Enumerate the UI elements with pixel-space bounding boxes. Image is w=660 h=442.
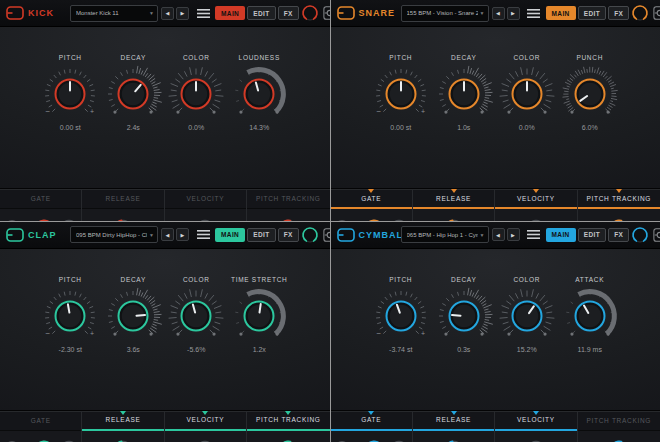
mini-knob-pitch-tracking[interactable]: P xyxy=(277,218,299,221)
knob-label: PITCH xyxy=(389,54,412,64)
knob-param4[interactable] xyxy=(561,287,619,345)
top-bar: CLAP 095 BPM Dirty HipHop - Clap ▼ ◀ ▶ M… xyxy=(0,222,330,249)
brand-logo-icon xyxy=(6,228,24,242)
section-tab-pitch-tracking[interactable]: PITCH TRACKING xyxy=(247,189,329,209)
prev-preset-button[interactable]: ◀ xyxy=(161,7,174,20)
mini-knob-decay[interactable]: D xyxy=(388,218,410,221)
knob-param4[interactable] xyxy=(561,65,619,123)
mini-knob-hold[interactable]: H xyxy=(363,218,385,221)
volume-knob[interactable] xyxy=(631,4,649,22)
next-preset-button[interactable]: ▶ xyxy=(507,228,520,241)
volume-knob[interactable] xyxy=(301,226,319,244)
section-tab-pitch-tracking[interactable]: PITCH TRACKING xyxy=(578,411,660,431)
volume-knob[interactable] xyxy=(631,226,649,244)
knob-pitch[interactable]: −+ xyxy=(41,65,99,123)
mini-knob-hold[interactable]: H xyxy=(33,218,55,221)
preset-label: 155 BPM - Vision - Snare 2 xyxy=(407,10,478,16)
hamburger-icon xyxy=(197,229,210,240)
knob-graphic xyxy=(104,287,162,345)
knob-param4[interactable] xyxy=(230,287,288,345)
mini-knob-velocity[interactable]: Vel xyxy=(525,218,547,221)
section-controls: Vel xyxy=(495,431,576,442)
tab-edit[interactable]: EDIT xyxy=(247,228,275,242)
preset-menu-button[interactable] xyxy=(527,228,541,241)
mini-knob-decay[interactable]: D xyxy=(58,218,80,221)
preset-menu-button[interactable] xyxy=(196,228,210,241)
knob-graphic: −+ xyxy=(372,65,430,123)
prev-preset-button[interactable]: ◀ xyxy=(492,228,505,241)
mini-knob-release[interactable]: R xyxy=(112,218,134,221)
chevron-down-icon: ▼ xyxy=(149,232,154,238)
svg-text:−: − xyxy=(46,107,51,116)
volume-knob-graphic xyxy=(631,226,649,244)
section-tab-velocity[interactable]: VELOCITY xyxy=(165,189,246,209)
knob-label: DECAY xyxy=(121,54,146,64)
next-preset-button[interactable]: ▶ xyxy=(507,7,520,20)
gate-icon[interactable] xyxy=(332,219,352,221)
knob-color[interactable] xyxy=(167,65,225,123)
section-tab-pitch-tracking[interactable]: PITCH TRACKING xyxy=(578,189,660,209)
knob-value: 11.9 ms xyxy=(578,346,602,353)
section-tab-release[interactable]: RELEASE xyxy=(82,411,163,431)
tab-main[interactable]: MAIN xyxy=(215,228,245,242)
knob-decay[interactable] xyxy=(104,65,162,123)
tab-main[interactable]: MAIN xyxy=(215,6,245,20)
knob-label: COLOR xyxy=(183,54,210,64)
preset-select[interactable]: 155 BPM - Vision - Snare 2 ▼ xyxy=(401,5,489,22)
prev-preset-button[interactable]: ◀ xyxy=(492,7,505,20)
knob-pitch[interactable]: −+ xyxy=(372,65,430,123)
section-tab-pitch-tracking[interactable]: PITCH TRACKING xyxy=(247,411,329,431)
knob-param4[interactable] xyxy=(230,65,288,123)
knob-value: -5.6% xyxy=(187,346,205,353)
instrument-title: KICK xyxy=(28,8,70,18)
mini-knob-pitch-tracking[interactable]: P xyxy=(608,218,630,221)
next-preset-button[interactable]: ▶ xyxy=(176,7,189,20)
knob-pitch[interactable]: −+ xyxy=(41,287,99,345)
preset-select[interactable]: Monster Kick 11 ▼ xyxy=(70,5,158,22)
knob-label: PITCH xyxy=(59,276,82,286)
knob-decay[interactable] xyxy=(104,287,162,345)
tab-fx[interactable]: FX xyxy=(278,6,299,20)
knob-color[interactable] xyxy=(498,287,556,345)
section-tab-velocity[interactable]: VELOCITY xyxy=(495,411,576,431)
section-controls: H D xyxy=(0,209,81,221)
tab-fx[interactable]: FX xyxy=(608,228,629,242)
mini-knob-velocity[interactable]: Vel xyxy=(194,218,216,221)
knob-decay[interactable] xyxy=(435,65,493,123)
tab-edit[interactable]: EDIT xyxy=(578,6,606,20)
knob-color[interactable] xyxy=(498,65,556,123)
gate-icon[interactable] xyxy=(2,219,22,221)
mini-knob-release[interactable]: R xyxy=(443,218,465,221)
section-tab-release[interactable]: RELEASE xyxy=(413,411,494,431)
tab-edit[interactable]: EDIT xyxy=(247,6,275,20)
tab-main[interactable]: MAIN xyxy=(546,228,576,242)
preset-menu-button[interactable] xyxy=(527,7,541,20)
knob-box-color: COLOR 0.0% xyxy=(495,54,558,131)
section-tab-release[interactable]: RELEASE xyxy=(82,189,163,209)
knob-value: 0.00 st xyxy=(390,124,411,131)
preset-select[interactable]: 065 BPM - Hip Hop 1 - Cymbal 3 ▼ xyxy=(401,226,489,243)
prev-preset-button[interactable]: ◀ xyxy=(161,228,174,241)
knob-decay[interactable] xyxy=(435,287,493,345)
section-tab-velocity[interactable]: VELOCITY xyxy=(495,189,576,209)
tab-edit[interactable]: EDIT xyxy=(578,228,606,242)
preset-select[interactable]: 095 BPM Dirty HipHop - Clap ▼ xyxy=(70,226,158,243)
knob-color[interactable] xyxy=(167,287,225,345)
next-preset-button[interactable]: ▶ xyxy=(176,228,189,241)
knob-graphic xyxy=(561,287,619,345)
section-tab-release[interactable]: RELEASE xyxy=(413,189,494,209)
section-controls: H D xyxy=(331,209,412,221)
section-tab-gate[interactable]: GATE xyxy=(331,189,412,209)
preset-menu-button[interactable] xyxy=(196,7,210,20)
section-tab-gate[interactable]: GATE xyxy=(0,189,81,209)
knob-pitch[interactable]: −+ xyxy=(372,287,430,345)
tab-fx[interactable]: FX xyxy=(608,6,629,20)
knob-graphic xyxy=(167,287,225,345)
tab-main[interactable]: MAIN xyxy=(546,6,576,20)
volume-knob[interactable] xyxy=(301,4,319,22)
uvi-logo xyxy=(653,6,660,20)
tab-fx[interactable]: FX xyxy=(278,228,299,242)
section-tab-gate[interactable]: GATE xyxy=(331,411,412,431)
section-tab-gate[interactable]: GATE xyxy=(0,411,81,431)
section-tab-velocity[interactable]: VELOCITY xyxy=(165,411,246,431)
